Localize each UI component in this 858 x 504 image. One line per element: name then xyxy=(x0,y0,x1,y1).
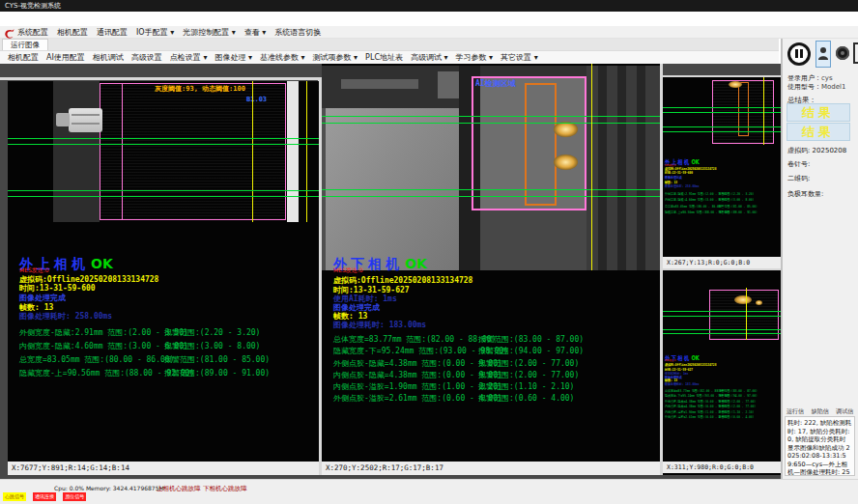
lower-camera-error: 下相机心跳故障 xyxy=(203,485,247,493)
glue-highlight-spot xyxy=(734,295,752,304)
alarm-range: 报警范围:(3.00 - 8.00) xyxy=(164,341,260,351)
tool-camera-config[interactable]: 相机配置 xyxy=(8,52,39,63)
machine-slot xyxy=(341,79,418,89)
tool-other-settings[interactable]: 其它设置 ▾ xyxy=(500,52,538,63)
measure-row: 总宽度=83.05mm 范围:(80.00 - 86.00) xyxy=(19,354,174,365)
user-button[interactable] xyxy=(815,41,831,68)
roi-pink-line xyxy=(122,84,123,219)
process-time-line: 图像处理耗时: 183.00ms xyxy=(333,320,426,330)
yellow-baseline-v xyxy=(591,64,592,270)
yellow-baseline-v xyxy=(306,81,307,222)
login-user-label: 登录用户： xyxy=(787,74,821,82)
measure-row: 内侧点胶-溢胶=1.90mm 范围:(1.00 - 2.20) xyxy=(333,381,502,392)
green-baseline-h xyxy=(663,316,781,317)
model-label: 使用型号： xyxy=(787,83,821,91)
green-baseline-h xyxy=(663,329,781,330)
camera-result-status: OK xyxy=(91,256,113,271)
alarm-range: 报警范围:(94.00 - 97.00) xyxy=(719,394,758,399)
title-bar: CYS-视觉检测系统 xyxy=(0,0,858,12)
roi-orange-rect xyxy=(738,82,749,136)
alarm-range: 报警范围:(0.60 - 4.00) xyxy=(719,414,755,419)
model-row: 使用型号：Model1 xyxy=(787,82,845,92)
menu-item-view[interactable]: 查看 ▾ xyxy=(244,27,267,38)
menu-item-camera-config[interactable]: 相机配置 xyxy=(57,27,88,38)
upper-camera-error: 上相机心跳故障 xyxy=(157,485,201,493)
alarm-range: 报警范围:(81.00 - 85.00) xyxy=(164,354,270,365)
ai-region-label: AI检测区域 xyxy=(475,78,516,89)
tool-image-process[interactable]: 图像处理 ▾ xyxy=(214,52,252,63)
menu-item-system-config[interactable]: 系统配置 xyxy=(17,27,48,38)
camera-result-text-outer-bottom: 外下相机OK MES发送:0 虚拟码:Offline20250208133134… xyxy=(333,254,658,405)
tool-baseline-params[interactable]: 基准线参数 ▾ xyxy=(260,52,305,63)
camera-panel-outer-bottom: AI检测区域 外下相机OK MES发送:0 虚拟码:Offline2025020… xyxy=(322,64,660,475)
alarm-range: 报警范围:(2.20 - 3.20) xyxy=(719,191,755,196)
tool-camera-debug[interactable]: 相机调试 xyxy=(93,52,124,63)
exit-button[interactable] xyxy=(852,42,858,65)
menu-item-comm-config[interactable]: 通讯配置 xyxy=(97,27,128,38)
tool-learn-params[interactable]: 学习参数 ▾ xyxy=(456,52,494,63)
alarm-range: 报警范围:(1.10 - 2.10) xyxy=(478,381,574,392)
splitter-h-left[interactable] xyxy=(0,77,319,80)
process-time-line: 图像处理耗时: 258.00ms xyxy=(665,183,700,188)
qr-code-label: 二维码: xyxy=(787,174,810,183)
tool-ai-config[interactable]: AI使用配置 xyxy=(46,52,85,63)
tool-plc-address[interactable]: PLC地址表 xyxy=(365,52,403,63)
pixel-coord-bar: X:7677;Y:891;R:14;G:14;B:14 xyxy=(8,462,319,475)
camera-panel-mini-bottom: 外下相机OK MES发送:0 虚拟码:Offline20250208133134… xyxy=(663,270,781,475)
tool-advanced-setting[interactable]: 高级设置 xyxy=(131,52,162,63)
roi-orange-rect xyxy=(525,83,557,206)
connector-part xyxy=(69,108,102,132)
alarm-range: 报警范围:(2.00 - 77.00) xyxy=(478,358,579,369)
lens-button[interactable] xyxy=(836,46,849,60)
tool-test-params[interactable]: 测试项参数 ▾ xyxy=(313,52,358,63)
green-baseline-h xyxy=(663,311,781,312)
menu-item-light-config[interactable]: 光源控制配置 ▾ xyxy=(183,27,236,38)
alarm-range: 报警范围:(83.00 - 87.00) xyxy=(478,334,584,345)
model-value[interactable]: Model1 xyxy=(821,83,845,91)
camera-panel-mini-top: 外上相机OK MES发送:0 虚拟码:Offline20250208133134… xyxy=(663,77,781,268)
run-log-box[interactable]: 耗时: 222, 缺陷检测耗时: 17, 缺陷分类耗时: 0, 缺陷提取分类耗时… xyxy=(785,416,855,476)
alarm-range: 报警范围:(1.10 - 2.10) xyxy=(719,409,755,414)
machine-stripe xyxy=(598,66,607,270)
connector-groove xyxy=(72,114,100,116)
window-title: CYS-视觉检测系统 xyxy=(5,0,61,12)
alarm-range: 报警范围:(2.00 - 77.00) xyxy=(478,370,579,380)
lens-icon xyxy=(841,51,844,55)
camera-view-outer-bottom[interactable]: AI检测区域 xyxy=(322,64,660,270)
measure-row: 总宽度=83.05mm 范围:(80.00 - 86.00) xyxy=(665,204,722,209)
menu-item-language-switch[interactable]: 系统语言切换 xyxy=(274,27,321,38)
machine-stripe xyxy=(617,66,626,270)
tab-run-image[interactable]: 运行图像 xyxy=(2,39,48,50)
camera-panel-outer-top: 灰度阈值:93, 动态阈值:100 B1.03 外上相机OK MES发送:0 虚… xyxy=(8,81,319,475)
camera-result-status: OK xyxy=(691,354,699,361)
menu-item-io-config[interactable]: IO手配置 ▾ xyxy=(136,27,174,38)
tool-spot-check[interactable]: 点检设置 ▾ xyxy=(170,52,208,63)
result-box-2: 结果 xyxy=(786,123,850,141)
machine-dark-column xyxy=(53,81,100,222)
camera-view-outer-top[interactable]: 灰度阈值:93, 动态阈值:100 B1.03 xyxy=(8,81,319,222)
green-baseline-h xyxy=(322,196,660,197)
app-window: CYS-视觉检测系统 系统配置 相机配置 通讯配置 IO手配置 ▾ 光源控制配置… xyxy=(0,0,858,504)
camera-result-status: OK xyxy=(405,256,427,271)
control-panel: 登录用户：cys 使用型号：Model1 总结果： 结果 结果 虚拟码: 202… xyxy=(781,39,858,479)
cpu-memory-readout: Cpu: 0.0% Memory: 3424.41796875M xyxy=(54,485,164,491)
camera-view-mini-top[interactable] xyxy=(663,77,781,145)
pixel-coord-bar: X:267;Y:13;R:0;G:0;B:0 xyxy=(663,257,781,268)
glue-highlight-spot xyxy=(729,81,742,88)
pause-button[interactable] xyxy=(787,42,811,66)
pin-number-label: 卷针号: xyxy=(787,159,810,169)
heartbeat-badge: 心跳信号 xyxy=(3,492,26,501)
measure-row: 外侧点胶-溢胶=2.61mm 范围:(0.60 - 4.00) xyxy=(333,393,502,404)
green-baseline-h xyxy=(663,333,781,334)
machine-stripe xyxy=(637,66,645,270)
status-bar: 心跳信号 通讯连接 原位信号 Cpu: 0.0% Memory: 3424.41… xyxy=(0,479,858,504)
app-logo-icon xyxy=(3,26,15,39)
bright-strip xyxy=(287,81,299,222)
tool-advanced-debug[interactable]: 高级调试 ▾ xyxy=(411,52,448,63)
menu-bar: 系统配置 相机配置 通讯配置 IO手配置 ▾ 光源控制配置 ▾ 查看 ▾ 系统语… xyxy=(0,26,858,39)
toolbar: 相机配置 AI使用配置 相机调试 高级设置 点检设置 ▾ 图像处理 ▾ 基准线参… xyxy=(0,50,779,64)
process-time-line: 图像处理耗时: 183.00ms xyxy=(665,382,700,387)
glue-highlight-spot xyxy=(554,154,578,170)
connector-groove xyxy=(72,123,100,125)
camera-view-mini-bottom[interactable] xyxy=(663,270,781,348)
